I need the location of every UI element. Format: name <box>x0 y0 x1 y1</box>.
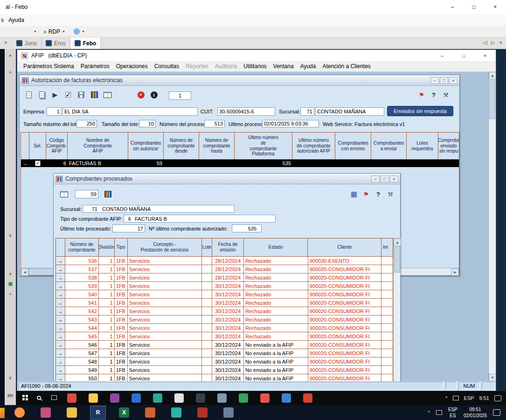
preview-button[interactable]: ⚑ <box>416 89 427 100</box>
rdp-protocol-select[interactable]: » RDP ▼ <box>42 28 67 36</box>
afip-titlebar[interactable]: AFIP (dbELDIA - CP) – □ × <box>17 50 496 61</box>
proc-close-button[interactable]: × <box>390 175 398 182</box>
preview-button[interactable]: ⚑ <box>360 189 372 200</box>
invoice-row[interactable]: → 546 1 1FB Servicios 30/12/2024 No envi… <box>56 341 393 349</box>
taskbar-app-icon[interactable] <box>153 393 162 403</box>
taskbar-app-icon[interactable] <box>195 406 210 419</box>
menu-item[interactable]: Parámetros <box>77 63 113 70</box>
process-count-field[interactable]: 1 <box>169 91 191 100</box>
invoice-row[interactable]: → 542 1 1FB Servicios 30/12/2024 Rechaza… <box>56 307 393 315</box>
sucursal-number-field[interactable]: 71 <box>300 107 314 116</box>
tray-overflow-icon[interactable]: ^ <box>445 396 448 401</box>
tabs-scroll-right-icon[interactable]: ▷ <box>491 40 495 46</box>
header-concepto[interactable]: Concepto - Prestación de servicios <box>128 238 202 256</box>
header-autorizado[interactable]: Ultimo número de comprobante autorizado … <box>292 133 335 160</box>
invoice-row[interactable]: → 548 1 1FB Servicios 30/12/2024 No envi… <box>56 357 393 366</box>
panel-close-icon[interactable]: × <box>5 53 16 58</box>
sucursal-field[interactable]: 71 CONTADO MAÑANA <box>83 205 235 213</box>
invoice-row[interactable]: → 544 1 1FB Servicios 30/12/2024 Rechaza… <box>56 324 393 332</box>
language-indicator[interactable]: ESP ES <box>448 406 457 419</box>
host-close-button[interactable]: × <box>485 0 506 14</box>
taskbar-app-icon[interactable] <box>110 393 119 403</box>
enviados-sin-respuesta-button[interactable]: Enviados sin respuesta <box>387 106 453 116</box>
scrollbar-thumb[interactable] <box>489 80 495 119</box>
ultimo-proceso-field[interactable]: 02/01/2025 9:03:36 <box>262 120 319 127</box>
afip-restore-button[interactable]: □ <box>453 50 474 61</box>
auth-close-button[interactable]: × <box>449 77 457 84</box>
save-button[interactable] <box>76 89 87 100</box>
menu-item[interactable]: Utilitarios <box>240 63 270 70</box>
ultimo-lote-field[interactable]: 17 <box>112 224 145 232</box>
header-sel[interactable]: Sel. <box>29 133 46 160</box>
taskbar-app-icon[interactable] <box>196 393 205 403</box>
scroll-up-icon[interactable]: ▲ <box>394 238 401 246</box>
auth-minimize-button[interactable]: – <box>430 77 439 84</box>
invoice-row[interactable]: → 549 1 1FB Servicios 30/12/2024 No envi… <box>56 366 393 374</box>
taskbar-app-icon[interactable] <box>260 393 270 403</box>
taskbar-app-icon[interactable] <box>89 393 98 403</box>
header-nombre[interactable]: Nombre de Comprobante AFIP <box>68 133 128 160</box>
header-lote[interactable]: Lote <box>202 238 212 256</box>
header-codigo[interactable]: Código Comprob. AFIP <box>46 133 68 160</box>
menu-item-partial[interactable]: s <box>0 17 5 23</box>
proc-maximize-button[interactable]: □ <box>381 175 389 182</box>
proc-minimize-button[interactable]: – <box>371 175 380 182</box>
search-button[interactable] <box>37 395 41 401</box>
taskbar-app-icon[interactable] <box>221 406 236 419</box>
session-tab[interactable]: Juno <box>12 37 42 49</box>
books-button[interactable] <box>89 89 100 100</box>
afip-close-button[interactable]: × <box>474 50 496 61</box>
scroll-left-icon[interactable]: ◄ <box>21 268 28 276</box>
invoice-row[interactable]: → 550 1 1FB Servicios 30/12/2024 No envi… <box>56 374 393 381</box>
table-view-button[interactable]: ▦ <box>348 189 360 200</box>
header-errores[interactable]: Comprobantes con errores <box>335 133 371 160</box>
host-titlebar[interactable]: al - Febo – □ × <box>0 0 506 14</box>
session-tab[interactable]: Eros <box>42 37 70 49</box>
taskbar-app-icon[interactable]: X <box>117 406 132 419</box>
export-button[interactable] <box>58 189 69 200</box>
properties-button[interactable] <box>36 89 48 100</box>
help-button[interactable]: ? <box>373 189 384 200</box>
header-hasta[interactable]: Número de comprobante hasta <box>199 133 235 160</box>
header-lotes[interactable]: Lotes requeridos <box>407 133 438 160</box>
invoice-row[interactable]: → 539 1 1FB Servicios 30/12/2024 Rechaza… <box>56 282 393 290</box>
lote-max-field[interactable]: 250 <box>76 120 97 127</box>
notification-icon[interactable] <box>494 395 501 401</box>
taskbar-app-icon[interactable] <box>174 393 184 403</box>
menu-item-ayuda[interactable]: Ayuda <box>5 17 28 23</box>
invoice-row[interactable]: → 543 1 1FB Servicios 30/12/2024 Rechaza… <box>56 315 393 324</box>
network-icon[interactable] <box>453 396 459 400</box>
menu-item[interactable]: Atención a Clientes <box>319 63 374 70</box>
panel-expand-icon[interactable]: v <box>5 232 16 238</box>
invoice-row[interactable]: → 537 1 1FB Servicios 28/12/2024 Rechaza… <box>56 265 393 273</box>
header-cliente[interactable]: Cliente <box>308 238 381 256</box>
header-sin-respuesta[interactable]: Comproba enviado sin respu <box>438 133 459 160</box>
proc-grid-vscrollbar[interactable]: ▲ <box>393 238 401 381</box>
tabs-scroll-left-icon[interactable]: ◁ <box>483 40 487 46</box>
proc-titlebar[interactable]: Comprobantes procesados – □ × <box>54 174 400 184</box>
taskbar-app-icon[interactable] <box>239 393 248 403</box>
info-button[interactable]: i <box>148 89 159 100</box>
taskbar-app-icon[interactable] <box>132 393 141 403</box>
auth-titlebar[interactable]: Autorización de facturas electrónicas – … <box>20 75 459 86</box>
header-fecha[interactable]: Fecha de emisión <box>212 238 244 256</box>
taskbar-app-icon[interactable] <box>12 406 27 419</box>
taskbar-app-icon[interactable] <box>143 406 158 419</box>
tabs-close-icon[interactable]: × <box>499 40 502 46</box>
mdi-vertical-scrollbar[interactable]: ▲ ▼ <box>488 72 496 381</box>
panel-collapse-icon[interactable]: ^ <box>5 70 16 76</box>
taskbar-app-icon[interactable] <box>169 406 184 419</box>
header-sin-autorizar[interactable]: Comprobantes sin autorizar <box>128 133 164 160</box>
scrollbar-thumb[interactable] <box>394 246 400 273</box>
confirm-button[interactable]: ✓ <box>62 89 74 100</box>
taskbar-app-icon[interactable] <box>217 393 227 403</box>
proceso-field[interactable]: 513 <box>204 120 225 127</box>
taskbar-app-icon[interactable] <box>303 393 312 403</box>
invoice-row[interactable]: → 540 1 1FB Servicios 30/12/2024 Rechaza… <box>56 290 393 299</box>
header-im[interactable]: Im <box>381 238 393 256</box>
tabstrip-close-icon[interactable]: × <box>4 40 7 45</box>
panel-close-icon-2[interactable]: × <box>5 271 16 277</box>
panel-expand-icon-2[interactable]: v <box>5 375 16 380</box>
lote-field[interactable]: 10 <box>139 120 156 127</box>
taskbar-app-icon[interactable] <box>64 406 79 419</box>
